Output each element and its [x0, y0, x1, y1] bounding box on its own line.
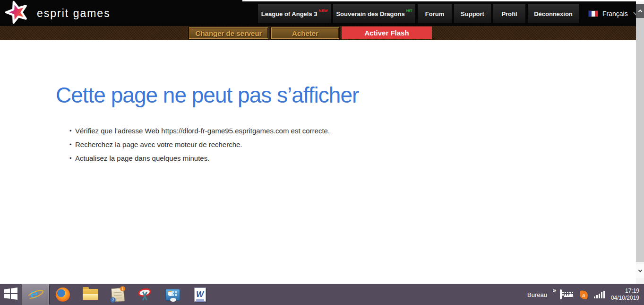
nav-item-deconnexion[interactable]: Déconnexion: [527, 4, 579, 24]
error-suggestions-list: • Vérifiez que l’adresse Web https://dlo…: [69, 127, 636, 162]
taskbar-app-internet-explorer[interactable]: e: [22, 284, 49, 305]
list-item: • Vérifiez que l’adresse Web https://dlo…: [69, 127, 636, 135]
badge-1: 1: [120, 286, 125, 291]
scroll-down-button[interactable]: [636, 264, 644, 278]
windows-taskbar: e 1 2: [0, 284, 644, 305]
file-explorer-icon: [83, 289, 98, 300]
bullet-dot: •: [69, 141, 75, 148]
taskbar-clock[interactable]: 17:19 04/10/2019: [611, 288, 639, 302]
site-header: esprit games League of Angels 3 NEW Souv…: [0, 0, 644, 26]
nav-label: Profil: [501, 10, 517, 17]
nav-label: League of Angels 3: [261, 10, 318, 17]
taskbar-app-file-explorer[interactable]: [77, 284, 104, 305]
bullet-dot: •: [69, 127, 75, 135]
toolbar-overflow-chevron: »: [553, 287, 556, 294]
activate-flash-button[interactable]: Activer Flash: [342, 26, 432, 39]
start-button[interactable]: [0, 284, 22, 305]
nav-label: Déconnexion: [534, 10, 573, 17]
nav-label: Souverain des Dragons: [336, 10, 404, 17]
window-top-edge: [242, 0, 644, 1]
nav-label: Forum: [425, 10, 444, 17]
game-toolbar: Changer de serveur Acheter Activer Flash: [0, 26, 644, 40]
chevron-down-icon: [638, 268, 642, 272]
nav-item-souverain-des-dragons[interactable]: Souverain des Dragons HIT: [333, 4, 416, 24]
vertical-scrollbar[interactable]: [636, 0, 644, 284]
list-item: • Recherchez la page avec votre moteur d…: [69, 141, 636, 148]
clock-time: 17:19: [611, 288, 639, 295]
main-nav: League of Angels 3 NEW Souverain des Dra…: [258, 4, 638, 24]
screen: esprit games League of Angels 3 NEW Souv…: [0, 0, 644, 305]
nav-label: Support: [461, 10, 484, 17]
new-badge: NEW: [319, 9, 328, 13]
suggestion-text: Recherchez la page avec votre moteur de …: [75, 141, 242, 148]
list-item: • Actualisez la page dans quelques minut…: [69, 155, 636, 162]
buy-button[interactable]: Acheter: [271, 27, 339, 39]
nav-item-profil[interactable]: Profil: [493, 4, 526, 24]
internet-explorer-icon: e: [27, 287, 43, 302]
snipping-tool-icon: [137, 288, 153, 302]
star-logo-icon: [5, 0, 29, 26]
suggestion-text: Vérifiez que l’adresse Web https://dlord…: [75, 127, 330, 135]
scroll-up-button[interactable]: [636, 4, 644, 18]
brand-text: esprit games: [37, 7, 111, 20]
touch-keyboard-icon[interactable]: [560, 290, 562, 299]
clock-date: 04/10/2019: [611, 295, 639, 302]
chevron-up-icon: [638, 9, 642, 13]
esprit-games-logo[interactable]: esprit games: [5, 1, 111, 26]
language-label: Français: [602, 10, 628, 17]
desktop-toolbar[interactable]: Bureau »: [527, 291, 554, 298]
taskbar-app-firefox[interactable]: [49, 284, 77, 305]
control-panel-icon: [165, 289, 180, 301]
system-tray: Bureau » a 17:19 04/10/2019: [527, 284, 644, 305]
word-icon: W: [194, 288, 206, 302]
windows-logo-icon: [4, 287, 17, 302]
language-selector[interactable]: Français: [588, 4, 638, 24]
browser-viewport: Cette page ne peut pas s’afficher • Véri…: [0, 40, 636, 284]
error-page-title: Cette page ne peut pas s’afficher: [56, 82, 636, 108]
nav-item-league-of-angels-3[interactable]: League of Angels 3 NEW: [258, 4, 331, 24]
france-flag-icon: [588, 10, 598, 17]
bullet-dot: •: [69, 155, 75, 162]
taskbar-app-snipping-tool[interactable]: [131, 284, 159, 305]
network-signal-icon[interactable]: [594, 291, 605, 298]
change-server-button[interactable]: Changer de serveur: [189, 27, 268, 39]
taskbar-app-word[interactable]: W: [186, 284, 214, 305]
scrollbar-thumb[interactable]: [636, 18, 644, 262]
badge-2: 2: [110, 297, 116, 303]
taskbar-app-windows-journal[interactable]: 1 2: [104, 284, 131, 305]
windows-journal-icon: 1 2: [111, 288, 125, 302]
nav-item-support[interactable]: Support: [454, 4, 491, 24]
firefox-icon: [56, 288, 70, 302]
hit-badge: HIT: [406, 9, 412, 13]
nav-item-forum[interactable]: Forum: [417, 4, 452, 24]
desktop-toolbar-label: Bureau: [527, 291, 547, 298]
taskbar-app-control-panel[interactable]: [159, 284, 186, 305]
suggestion-text: Actualisez la page dans quelques minutes…: [75, 155, 209, 162]
avast-antivirus-icon[interactable]: a: [579, 290, 588, 299]
